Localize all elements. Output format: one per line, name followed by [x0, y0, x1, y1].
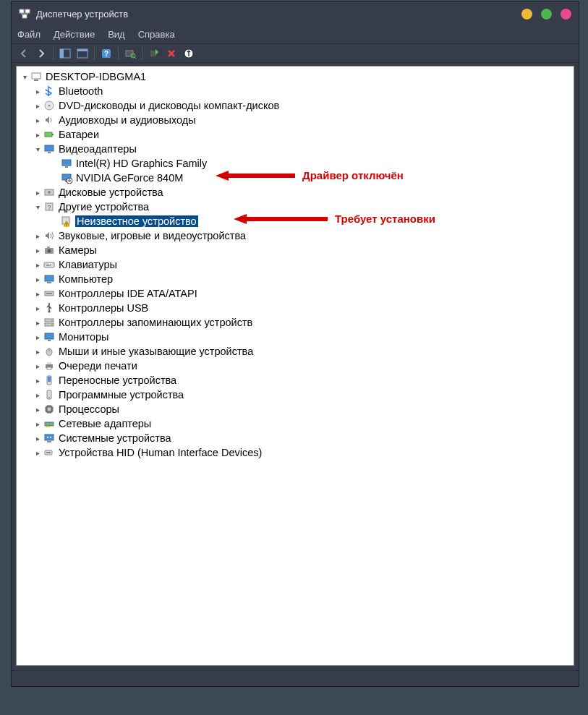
enable-device-button[interactable] — [146, 46, 162, 61]
svg-rect-6 — [77, 49, 88, 51]
display-adapter-icon — [43, 143, 55, 155]
svg-point-49 — [51, 320, 53, 321]
tree-network[interactable]: ▸ Сетевые адаптеры — [17, 416, 574, 431]
chevron-down-icon[interactable]: ▾ — [33, 202, 43, 212]
chevron-right-icon[interactable]: ▸ — [33, 404, 43, 414]
chevron-right-icon[interactable]: ▸ — [33, 390, 43, 400]
tree-battery[interactable]: ▸ Батареи — [17, 127, 574, 142]
menu-file[interactable]: Файл — [17, 29, 41, 40]
camera-icon — [43, 244, 55, 256]
chevron-right-icon[interactable]: ▸ — [33, 288, 43, 299]
tree-root[interactable]: ▾ DESKTOP-IDBGMA1 — [17, 69, 574, 84]
tree-other-unknown[interactable]: ! Неизвестное устройство — [17, 214, 574, 228]
hid-icon — [43, 447, 55, 458]
chevron-right-icon[interactable]: ▸ — [33, 129, 43, 140]
minimize-button[interactable] — [521, 9, 532, 20]
tree-sound[interactable]: ▸ Звуковые, игровые и видеоустройства — [17, 228, 574, 243]
ide-controller-icon — [43, 288, 55, 299]
tree-print-queue[interactable]: ▸ Очереди печати — [17, 359, 574, 373]
svg-point-60 — [48, 397, 50, 398]
svg-rect-20 — [48, 152, 51, 153]
svg-rect-13 — [32, 73, 41, 79]
scan-hardware-button[interactable] — [122, 46, 138, 61]
portable-device-icon — [43, 374, 55, 386]
tree-camera[interactable]: ▸ Камеры — [17, 243, 574, 257]
chevron-right-icon[interactable]: ▸ — [33, 317, 43, 327]
svg-text:?: ? — [47, 204, 51, 211]
uninstall-device-button[interactable] — [163, 46, 179, 61]
chevron-right-icon[interactable]: ▸ — [33, 361, 43, 371]
chevron-right-icon[interactable]: ▸ — [33, 346, 43, 356]
tree-monitor[interactable]: ▸ Мониторы — [17, 330, 574, 344]
other-devices-icon: ? — [43, 201, 55, 213]
chevron-down-icon[interactable]: ▾ — [20, 72, 30, 82]
help-button[interactable]: ? — [98, 46, 114, 61]
tree-disk[interactable]: ▸ Дисковые устройства — [17, 185, 574, 200]
computer-icon — [43, 273, 55, 285]
tree-software[interactable]: ▸ Программные устройства — [17, 388, 574, 402]
menu-action[interactable]: Действие — [54, 29, 95, 40]
chevron-right-icon[interactable]: ▸ — [33, 448, 43, 458]
tree-other[interactable]: ▾ ? Другие устройства — [17, 200, 574, 214]
chevron-right-icon[interactable]: ▸ — [33, 332, 43, 342]
tree-video[interactable]: ▾ Видеоадаптеры — [17, 142, 574, 156]
close-button[interactable] — [561, 9, 571, 20]
tree-usb[interactable]: ▸ Контроллеры USB — [17, 301, 574, 315]
tree-hid[interactable]: ▸ Устройства HID (Human Interface Device… — [17, 445, 574, 460]
chevron-right-icon[interactable]: ▸ — [33, 303, 43, 313]
svg-rect-66 — [45, 434, 54, 440]
menu-help[interactable]: Справка — [138, 29, 175, 40]
chevron-right-icon[interactable]: ▸ — [33, 231, 43, 241]
tree-cpu[interactable]: ▸ Процессоры — [17, 402, 574, 416]
back-button[interactable] — [16, 46, 32, 61]
svg-rect-19 — [45, 145, 54, 151]
chevron-down-icon[interactable]: ▾ — [33, 144, 43, 154]
chevron-right-icon[interactable]: ▸ — [33, 274, 43, 284]
tree-ide[interactable]: ▸ Контроллеры IDE ATA/ATAPI — [17, 286, 574, 301]
tree-audio[interactable]: ▸ Аудиовходы и аудиовыходы — [17, 113, 574, 127]
update-driver-button[interactable] — [181, 46, 197, 61]
svg-rect-0 — [20, 9, 24, 13]
chevron-right-icon[interactable]: ▸ — [33, 245, 43, 255]
chevron-right-icon[interactable]: ▸ — [33, 419, 43, 429]
svg-rect-4 — [60, 49, 64, 58]
titlebar[interactable]: Диспетчер устройств — [12, 2, 579, 25]
tree-video-intel[interactable]: Intel(R) HD Graphics Family — [17, 156, 574, 171]
svg-point-27 — [48, 191, 51, 194]
show-hide-tree-button[interactable] — [57, 46, 73, 61]
tree-system[interactable]: ▸ Системные устройства — [17, 431, 574, 445]
unknown-device-warning-icon: ! — [61, 215, 72, 227]
chevron-right-icon[interactable]: ▸ — [33, 115, 43, 125]
tree-dvd[interactable]: ▸ DVD-дисководы и дисководы компакт-диск… — [17, 98, 574, 113]
properties-button[interactable] — [74, 46, 90, 61]
svg-point-69 — [50, 437, 51, 438]
forward-button[interactable] — [33, 46, 49, 61]
maximize-button[interactable] — [541, 9, 552, 20]
tree-storage[interactable]: ▸ Контроллеры запоминающих устройств — [17, 315, 574, 330]
device-tree-panel[interactable]: ▾ DESKTOP-IDBGMA1 ▸ Bluetooth ▸ DVD-диск… — [16, 66, 574, 666]
svg-point-33 — [48, 249, 51, 253]
tree-mouse[interactable]: ▸ Мыши и иные указывающие устройства — [17, 344, 574, 359]
chevron-right-icon[interactable]: ▸ — [33, 260, 43, 270]
tree-computer[interactable]: ▸ Компьютер — [17, 272, 574, 286]
chevron-right-icon[interactable]: ▸ — [33, 86, 43, 96]
tree-portable[interactable]: ▸ Переносные устройства — [17, 373, 574, 388]
tree-keyboard[interactable]: ▸ Клавиатуры — [17, 257, 574, 272]
svg-rect-52 — [48, 340, 51, 341]
svg-rect-34 — [47, 247, 50, 248]
svg-rect-39 — [50, 264, 51, 265]
chevron-right-icon[interactable]: ▸ — [33, 187, 43, 197]
svg-rect-37 — [47, 264, 48, 265]
tree-bluetooth[interactable]: ▸ Bluetooth — [17, 84, 574, 98]
storage-controller-icon — [43, 317, 55, 328]
chevron-right-icon[interactable]: ▸ — [33, 375, 43, 385]
svg-rect-2 — [22, 14, 27, 18]
tree-video-nvidia[interactable]: NVIDIA GeForce 840M — [17, 171, 574, 185]
svg-rect-40 — [46, 265, 51, 266]
svg-rect-62 — [48, 408, 51, 411]
svg-rect-65 — [48, 426, 50, 427]
chevron-right-icon[interactable]: ▸ — [33, 433, 43, 443]
menu-view[interactable]: Вид — [108, 29, 125, 40]
network-adapter-icon — [43, 418, 55, 429]
chevron-right-icon[interactable]: ▸ — [33, 100, 43, 111]
